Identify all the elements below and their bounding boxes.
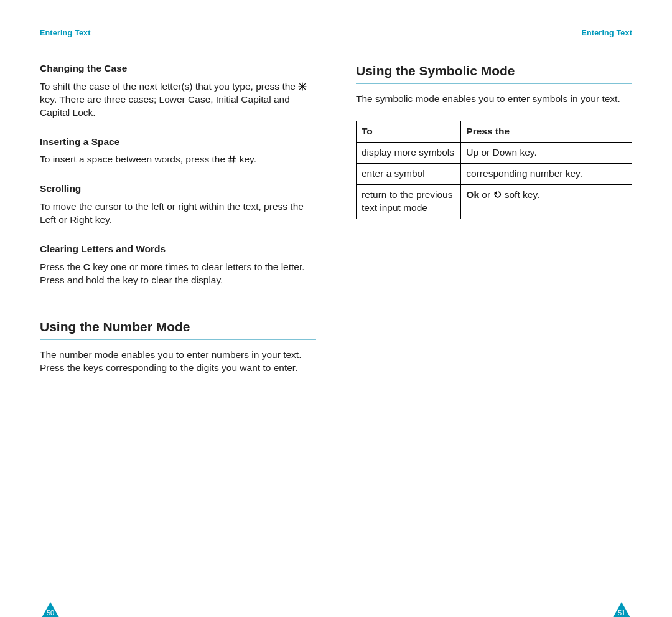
folio-right: 51: [611, 602, 632, 617]
cell-to: return to the previous text input mode: [357, 184, 461, 219]
text: soft key.: [502, 189, 539, 200]
cell-press: Up or Down key.: [461, 143, 632, 164]
text: or: [479, 189, 493, 200]
para-scrolling: To move the cursor to the left or right …: [40, 200, 316, 227]
text: To insert a space between words, press t…: [40, 154, 228, 164]
text: key. There are three cases; Lower Case, …: [40, 94, 290, 118]
para-changing-case: To shift the case of the next letter(s) …: [40, 80, 316, 120]
cell-to: display more symbols: [357, 143, 461, 164]
th-to: To: [357, 121, 461, 143]
text: Press the: [40, 261, 83, 272]
text: To shift the case of the next letter(s) …: [40, 81, 298, 92]
bold-ok: Ok: [466, 189, 479, 200]
folio-right-number: 51: [611, 608, 632, 617]
subhead-clearing: Clearing Letters and Words: [40, 243, 316, 256]
para-number-mode: The number mode enables you to enter num…: [40, 349, 316, 375]
cell-to: enter a symbol: [357, 163, 461, 184]
star-key-icon: [298, 82, 307, 90]
cell-press: Ok or soft key.: [461, 184, 632, 219]
table-header-row: To Press the: [357, 121, 632, 143]
th-press: Press the: [461, 121, 632, 143]
svg-line-5: [233, 156, 234, 163]
subhead-scrolling: Scrolling: [40, 182, 316, 195]
back-key-icon: [493, 189, 502, 198]
table-row: enter a symbol corresponding number key.: [357, 163, 632, 184]
section-rule: [356, 83, 632, 84]
folio-left: 50: [40, 602, 61, 617]
running-head-right: Entering Text: [356, 28, 632, 39]
subhead-space: Inserting a Space: [40, 136, 316, 149]
text: key.: [240, 154, 256, 164]
folio-left-number: 50: [40, 608, 61, 617]
section-rule: [40, 339, 316, 340]
svg-line-4: [230, 156, 231, 163]
page-spread: Entering Text Changing the Case To shift…: [6, 0, 666, 617]
symbolic-mode-table: To Press the display more symbols Up or …: [356, 121, 632, 219]
page-left: Entering Text Changing the Case To shift…: [40, 28, 316, 617]
section-symbolic-mode: Using the Symbolic Mode: [356, 62, 632, 80]
hash-key-icon: [228, 154, 236, 163]
para-clearing: Press the C key one or more times to cle…: [40, 261, 316, 287]
page-right: Entering Text Using the Symbolic Mode Th…: [356, 28, 632, 617]
cell-press: corresponding number key.: [461, 163, 632, 184]
table-row: return to the previous text input mode O…: [357, 184, 632, 219]
running-head-left: Entering Text: [40, 28, 316, 39]
bold-c-key: C: [83, 261, 90, 272]
table-row: display more symbols Up or Down key.: [357, 143, 632, 164]
para-space: To insert a space between words, press t…: [40, 153, 316, 166]
para-symbolic-intro: The symbolic mode enables you to enter s…: [356, 93, 632, 106]
subhead-changing-case: Changing the Case: [40, 62, 316, 75]
section-number-mode: Using the Number Mode: [40, 318, 316, 336]
